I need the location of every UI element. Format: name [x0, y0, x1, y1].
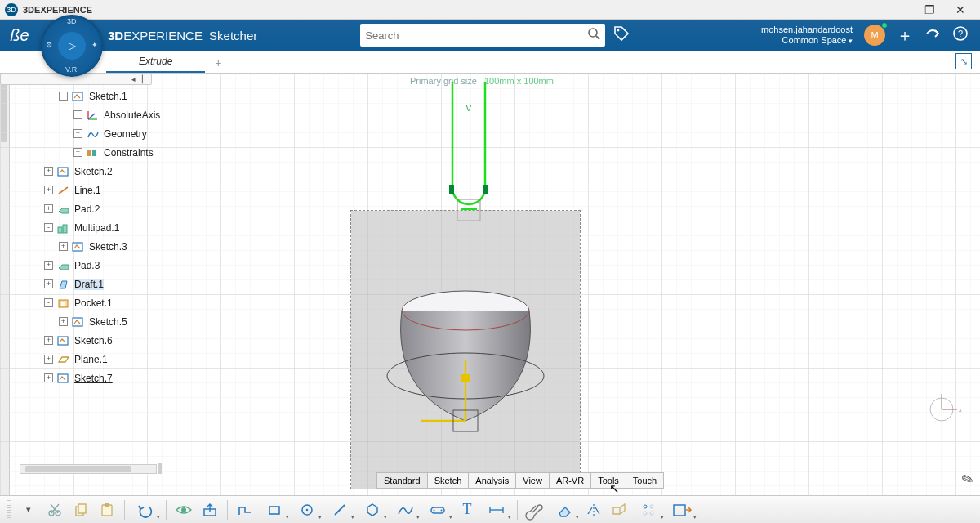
tree-node-line-1[interactable]: +Line.1: [15, 181, 219, 199]
search-field[interactable]: [360, 24, 605, 47]
tree-expander-icon[interactable]: +: [44, 373, 53, 382]
tab-extrude[interactable]: Extrude: [106, 52, 205, 73]
profile-tool-icon[interactable]: [233, 498, 257, 521]
undo-icon[interactable]: ▾: [130, 498, 161, 521]
tree-node-pad-2[interactable]: +Pad.2: [15, 199, 219, 218]
cut-icon[interactable]: [42, 498, 67, 521]
share-icon[interactable]: [924, 25, 941, 46]
collapse-ui-button[interactable]: ⤡: [956, 53, 972, 69]
tab-add-button[interactable]: +: [205, 53, 231, 73]
tag-icon[interactable]: [613, 25, 630, 46]
spline-tool-icon[interactable]: ▾: [390, 498, 421, 521]
compass-west-label[interactable]: ⚙: [46, 41, 52, 49]
exit-sketch-icon[interactable]: ▾: [666, 498, 697, 521]
section-tab-view[interactable]: View: [515, 472, 550, 489]
model-cone[interactable]: [372, 278, 568, 466]
section-tab-tools[interactable]: Tools: [590, 472, 626, 489]
section-tab-standard[interactable]: Standard: [376, 472, 428, 489]
slot-profile[interactable]: V: [448, 78, 497, 221]
svg-rect-44: [204, 509, 216, 516]
tree-expander-icon[interactable]: -: [44, 223, 53, 232]
tree-node-label: Constraints: [104, 147, 154, 159]
export-icon[interactable]: [198, 498, 222, 521]
window-close-button[interactable]: ✕: [952, 3, 969, 16]
tree-node-sketch-3[interactable]: +Sketch.3: [15, 237, 219, 256]
tree-node-multipad-1[interactable]: -Multipad.1: [15, 218, 219, 237]
tree-node-sketch-2[interactable]: +Sketch.2: [15, 162, 219, 181]
paste-icon[interactable]: [95, 498, 119, 521]
view-triad-icon[interactable]: x: [921, 389, 962, 430]
text-tool-icon[interactable]: T: [455, 498, 479, 521]
tree-node-sketch-1[interactable]: -Sketch.1: [15, 87, 219, 105]
module-name: Sketcher: [209, 29, 257, 42]
compass[interactable]: 3D V.R ⚙ ✦ ▷: [41, 15, 103, 77]
section-tab-sketch[interactable]: Sketch: [427, 472, 470, 489]
slot-tool-icon[interactable]: ▾: [422, 498, 453, 521]
compass-east-label[interactable]: ✦: [91, 41, 98, 49]
copy-icon[interactable]: [69, 498, 93, 521]
compass-south-label[interactable]: V.R: [65, 65, 77, 74]
tree-h-scrollbar[interactable]: [20, 464, 157, 474]
tree-expander-icon[interactable]: +: [44, 204, 53, 213]
window-restore-button[interactable]: ❐: [921, 3, 938, 16]
tree-expander-icon[interactable]: +: [59, 317, 68, 326]
eraser-icon[interactable]: ▾: [549, 498, 580, 521]
tree-expander-icon[interactable]: +: [44, 167, 53, 176]
line-tool-icon[interactable]: ▾: [324, 498, 355, 521]
circle-tool-icon[interactable]: ▾: [292, 498, 323, 521]
toolbar-grip-icon[interactable]: [7, 500, 11, 520]
svg-point-38: [56, 511, 60, 516]
workspace: ◂▏ -Sketch.1+AbsoluteAxis+Geometry+Const…: [0, 74, 980, 495]
tree-expander-icon[interactable]: +: [74, 110, 82, 119]
tree-node-constraints[interactable]: +Constraints: [15, 143, 219, 162]
svg-line-48: [335, 505, 345, 515]
section-tabbar: StandardSketchAnalysisViewAR-VRToolsTouc…: [377, 472, 664, 489]
tree-node-geometry[interactable]: +Geometry: [15, 124, 219, 143]
tree-node-pocket-1[interactable]: -Pocket.1: [15, 293, 219, 312]
search-icon[interactable]: [587, 27, 600, 43]
tree-node-sketch-6[interactable]: +Sketch.6: [15, 331, 219, 350]
tree-node-sketch-7[interactable]: +Sketch.7: [15, 369, 219, 387]
svg-rect-9: [87, 150, 91, 156]
tree-expander-icon[interactable]: +: [59, 242, 68, 251]
tree-node-sketch-5[interactable]: +Sketch.5: [15, 312, 219, 331]
splitter-handle[interactable]: [158, 463, 162, 474]
search-input[interactable]: [365, 29, 587, 42]
tree-expander-icon[interactable]: +: [74, 148, 82, 157]
space-selector[interactable]: Common Space: [761, 35, 853, 47]
tree-expander-icon[interactable]: +: [44, 279, 53, 288]
section-tab-ar-vr[interactable]: AR-VR: [549, 472, 591, 489]
tree-expander-icon[interactable]: -: [44, 298, 53, 307]
user-block[interactable]: mohsen.jahandardoost Common Space: [761, 25, 853, 47]
feature-tree[interactable]: -Sketch.1+AbsoluteAxis+Geometry+Constrai…: [15, 87, 219, 387]
avatar[interactable]: M: [864, 25, 885, 46]
project-tool-icon[interactable]: [608, 498, 632, 521]
dimension-tool-icon[interactable]: ▾: [481, 498, 512, 521]
attach-icon[interactable]: [523, 498, 547, 521]
tree-expander-icon[interactable]: +: [44, 186, 53, 194]
tree-expander-icon[interactable]: -: [59, 92, 68, 101]
tree-expander-icon[interactable]: +: [74, 129, 82, 138]
compass-play-icon[interactable]: ▷: [58, 32, 86, 60]
section-tab-touch[interactable]: Touch: [626, 472, 664, 489]
scrollbar-thumb[interactable]: [25, 466, 131, 472]
mirror-tool-icon[interactable]: [581, 498, 606, 521]
toolbar-expand-button[interactable]: ▾: [16, 498, 41, 521]
visibility-icon[interactable]: [172, 498, 196, 521]
section-tab-analysis[interactable]: Analysis: [468, 472, 516, 489]
rectangle-tool-icon[interactable]: ▾: [259, 498, 290, 521]
compass-north-label[interactable]: 3D: [67, 17, 77, 25]
tree-expander-icon[interactable]: +: [44, 336, 53, 345]
tree-expander-icon[interactable]: +: [44, 355, 53, 364]
help-icon[interactable]: ?: [952, 25, 969, 46]
tree-node-draft-1[interactable]: +Draft.1: [15, 275, 219, 293]
tree-node-label: Sketch.2: [74, 166, 113, 177]
tree-expander-icon[interactable]: +: [44, 261, 53, 270]
add-icon[interactable]: ＋: [897, 25, 913, 47]
hexagon-tool-icon[interactable]: ▾: [357, 498, 388, 521]
window-minimize-button[interactable]: —: [890, 3, 906, 16]
pattern-tool-icon[interactable]: ▾: [634, 498, 665, 521]
tree-node-plane-1[interactable]: +Plane.1: [15, 350, 219, 369]
tree-node-pad-3[interactable]: +Pad.3: [15, 256, 219, 275]
tree-node-absoluteaxis[interactable]: +AbsoluteAxis: [15, 105, 219, 124]
